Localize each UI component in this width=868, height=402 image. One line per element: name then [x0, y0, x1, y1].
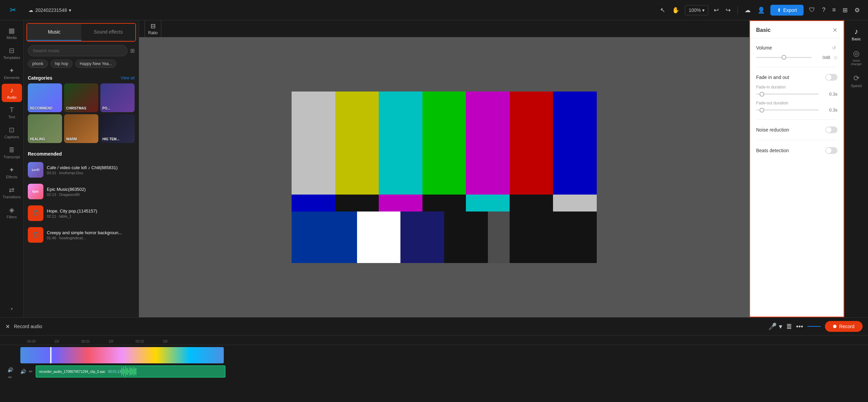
speed-icon: ⟳	[853, 74, 860, 83]
volume-slider[interactable]	[756, 57, 812, 58]
right-panel-close-button[interactable]: ✕	[832, 26, 837, 34]
record-bar: ✕ Record audio 🎤 ▾ ≣ ••• Record	[0, 318, 868, 336]
right-panel-header: Basic ✕	[750, 21, 844, 38]
tab-sound-effects[interactable]: Sound effects	[81, 24, 136, 41]
zoom-selector[interactable]: 100% ▾	[685, 5, 708, 15]
category-warm[interactable]: WARM	[64, 114, 98, 143]
beats-detection-toggle[interactable]	[825, 147, 837, 154]
sidebar-label-text: Text	[8, 115, 15, 119]
save-button[interactable]: ☁	[743, 5, 752, 15]
export-button[interactable]: ⬆ Export	[770, 5, 804, 16]
category-healing[interactable]: HEALING	[28, 114, 62, 143]
list-button[interactable]: ≡	[831, 5, 837, 15]
settings-button[interactable]: ⚙	[853, 5, 861, 15]
waveform	[121, 366, 222, 377]
music-info-2: Epic Music(863502) 02:13 · Draganov89	[47, 187, 135, 197]
tag-happynewyear[interactable]: Happy New Yea...	[75, 60, 116, 68]
right-icon-basic[interactable]: ♪ Basic	[845, 24, 868, 44]
shield-button[interactable]: 🛡	[808, 5, 816, 15]
cloud-icon: ☁	[28, 7, 33, 13]
audio-volume-button[interactable]: 🔊	[20, 369, 26, 374]
category-recommend[interactable]: RECOMMEND	[28, 83, 62, 112]
volume-reset-button[interactable]: ↺	[831, 44, 837, 52]
media-icon: ▦	[8, 26, 15, 35]
right-icon-voice-changer[interactable]: ◎ Voice changer	[845, 46, 868, 69]
category-label-warm: WARM	[66, 137, 77, 141]
sidebar-item-elements[interactable]: ✦ Elements	[2, 64, 22, 82]
beats-detection-label: Beats detection	[756, 148, 789, 153]
search-input[interactable]	[28, 45, 127, 56]
music-title-4: Creepy and simple horror backgroun...	[47, 230, 135, 235]
volume-keyframe-button[interactable]: ◇	[834, 55, 837, 60]
category-hiptem[interactable]: HIG TEM...	[100, 114, 135, 143]
audio-track[interactable]: recorder_audio_1708674571294_clip_0.aac …	[36, 365, 225, 378]
fade-in-slider[interactable]	[756, 94, 819, 95]
music-item-3[interactable]: 🎵 Hope. City pop.(1145157) 02:11 · table…	[28, 203, 135, 224]
sidebar-label-transitions: Transitions	[3, 195, 21, 199]
tag-hiphop[interactable]: hip hop	[51, 60, 73, 68]
sidebar-item-transcript[interactable]: ≣ Transcript	[2, 143, 22, 162]
more-icon: ▾	[11, 307, 13, 311]
voice-changer-label: Voice changer	[847, 59, 866, 66]
sidebar-label-audio: Audio	[7, 95, 16, 99]
undo-button[interactable]: ↩	[712, 5, 720, 15]
record-button[interactable]: Record	[825, 321, 863, 332]
mic-button[interactable]: 🎤 ▾	[768, 322, 782, 330]
pointer-tool-button[interactable]: ↖	[659, 5, 667, 15]
sidebar-label-transcript: Transcript	[3, 155, 20, 159]
category-pop[interactable]: PO...	[100, 83, 135, 112]
filters-icon: ◈	[9, 206, 14, 214]
fade-out-label: Fade-out duration	[756, 101, 837, 105]
hand-tool-button[interactable]: ✋	[671, 5, 681, 15]
noise-reduction-toggle[interactable]	[825, 126, 837, 133]
redo-button[interactable]: ↪	[724, 5, 732, 15]
layout-button[interactable]: ⊞	[841, 5, 849, 15]
sidebar-item-audio[interactable]: ♪ Audio	[2, 84, 22, 102]
fade-toggle[interactable]	[825, 74, 837, 81]
transcript-toggle-button[interactable]: ≣	[786, 322, 792, 330]
view-all-link[interactable]: View all	[121, 76, 135, 80]
profile-button[interactable]: 👤	[756, 5, 766, 15]
sidebar-item-text[interactable]: T Text	[2, 103, 22, 122]
music-item-1[interactable]: Lo-Fi Cafe / video cute lofi ♪ Chill(885…	[28, 159, 135, 180]
right-icon-speed[interactable]: ⟳ Speed	[845, 71, 868, 91]
category-christmas[interactable]: CHRISTMAS	[64, 83, 98, 112]
music-title-1: Cafe / video cute lofi ♪ Chill(885831)	[47, 165, 135, 170]
music-meta-3: 02:11 · table_1	[47, 214, 135, 218]
music-title-3: Hope. City pop.(1145157)	[47, 208, 135, 214]
project-name-area[interactable]: ☁ 202402231548 ▾	[28, 7, 71, 13]
fade-in-slider-row: 0.3s	[756, 92, 837, 97]
noise-reduction-label: Noise reduction	[756, 127, 789, 133]
music-item-4[interactable]: 🎵 Creepy and simple horror backgroun... …	[28, 224, 135, 245]
music-item-2[interactable]: Epic Epic Music(863502) 02:13 · Draganov…	[28, 181, 135, 202]
tag-phonk[interactable]: phonk	[28, 60, 48, 68]
audio-edit-button[interactable]: ✏	[29, 369, 33, 374]
upload-icon: ⬆	[777, 7, 781, 13]
sidebar-item-templates[interactable]: ⊟ Templates	[2, 44, 22, 62]
beats-detection-row: Beats detection	[756, 147, 837, 154]
more-options-button[interactable]: •••	[796, 323, 803, 330]
sidebar-item-captions[interactable]: ⊡ Captions	[2, 123, 22, 142]
record-controls: 🎤 ▾ ≣ ••• Record	[768, 321, 863, 332]
canvas-toolbar: ⊟ Ratio	[139, 20, 749, 37]
music-tab-container: Music Sound effects	[26, 23, 136, 42]
music-meta-2: 02:13 · Draganov89	[47, 193, 135, 197]
tab-music[interactable]: Music	[27, 24, 81, 41]
recommended-title: Recommended	[28, 151, 62, 157]
ratio-button[interactable]: ⊟ Ratio	[144, 20, 161, 38]
sidebar-more-button[interactable]: ▾	[2, 304, 22, 314]
help-button[interactable]: ?	[821, 5, 827, 15]
video-edit-button[interactable]: ✏	[8, 375, 12, 380]
ratio-icon: ⊟	[151, 22, 156, 30]
voice-changer-icon: ◎	[853, 49, 860, 58]
video-volume-button[interactable]: 🔊	[7, 367, 13, 373]
sidebar-item-media[interactable]: ▦ Media	[2, 24, 22, 42]
record-audio-label: Record audio	[14, 324, 764, 329]
fade-out-slider[interactable]	[756, 109, 819, 110]
sidebar-item-effects[interactable]: ✦ Effects	[2, 163, 22, 182]
sidebar-item-transitions[interactable]: ⇄ Transitions	[2, 183, 22, 202]
right-panel-content: Volume ↺ 0dB ◇ Fade in and out	[750, 38, 844, 159]
record-close-button[interactable]: ✕	[5, 323, 10, 330]
sidebar-item-filters[interactable]: ◈ Filters	[2, 203, 22, 222]
filter-button[interactable]: ⊞	[130, 47, 135, 54]
